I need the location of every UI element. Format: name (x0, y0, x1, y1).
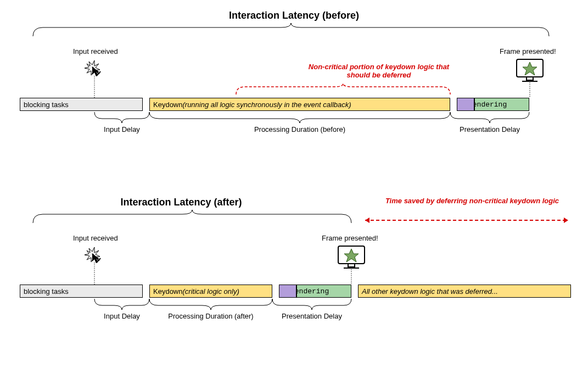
brace-presentation-before (450, 112, 529, 124)
label-processing-before: Processing Duration (before) (149, 125, 450, 133)
red-note-after: Time saved by deferring non-critical key… (384, 197, 560, 205)
label-presentation-before: Presentation Delay (439, 125, 540, 133)
task-blocking-before: blocking tasks (20, 98, 143, 111)
title-after: Interaction Latency (after) (0, 197, 362, 208)
keydown-italic-after: (critical logic only) (182, 287, 239, 296)
label-input-delay-after: Input Delay (94, 312, 149, 320)
task-deferred-after: All other keydown logic that was deferre… (358, 285, 571, 298)
red-arrow-after (360, 216, 574, 224)
label-input-received-before: Input received (73, 47, 118, 55)
dotted-from-click-before (94, 76, 95, 98)
brace-top-after (33, 210, 351, 224)
brace-top-before (33, 23, 549, 37)
label-input-received-after: Input received (73, 234, 118, 242)
task-keydown-after: Keydown (critical logic only) (149, 285, 272, 298)
task-rendering-before: rendering (474, 98, 529, 111)
click-burst-icon-after (82, 244, 104, 266)
label-frame-presented-before: Frame presented! (500, 47, 556, 55)
label-frame-presented-after: Frame presented! (322, 234, 378, 242)
keydown-prefix-after: Keydown (153, 287, 182, 296)
task-purple-before (457, 98, 474, 111)
label-input-delay-before: Input Delay (94, 125, 149, 133)
red-note-before: Non-critical portion of keydown logic th… (296, 63, 461, 79)
click-burst-icon-before (82, 57, 104, 79)
task-purple-after (279, 285, 296, 298)
task-rendering-after: rendering (296, 285, 351, 298)
brace-input-delay-before (94, 112, 149, 124)
dotted-from-monitor-after (351, 269, 352, 285)
keydown-prefix-before: Keydown (153, 101, 182, 109)
label-processing-after: Processing Duration (after) (149, 312, 272, 320)
label-presentation-after: Presentation Delay (272, 312, 351, 320)
task-keydown-before: Keydown (running all logic synchronously… (149, 98, 450, 111)
brace-input-delay-after (94, 299, 149, 311)
brace-processing-before (149, 112, 450, 124)
monitor-icon-after (336, 245, 367, 271)
keydown-italic-before: (running all logic synchronously in the … (182, 101, 351, 109)
dotted-from-click-after (94, 263, 95, 285)
brace-presentation-after (272, 299, 351, 311)
brace-processing-after (149, 299, 272, 311)
title-before: Interaction Latency (before) (0, 10, 588, 21)
dotted-from-monitor-before (529, 82, 530, 98)
task-blocking-after: blocking tasks (20, 285, 143, 298)
red-brace-before (236, 83, 450, 96)
monitor-icon-before (514, 58, 545, 85)
